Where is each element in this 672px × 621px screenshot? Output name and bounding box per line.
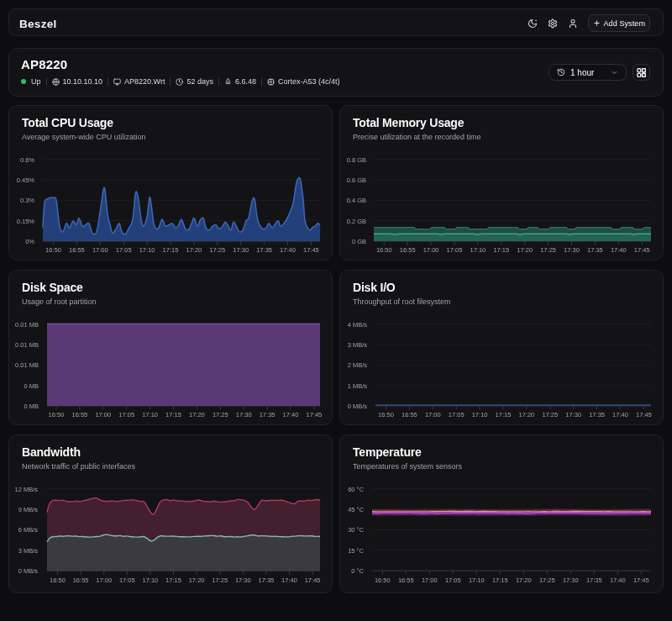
svg-text:17:30: 17:30 — [236, 411, 252, 418]
svg-text:0 MB/s: 0 MB/s — [348, 403, 368, 410]
svg-text:17:40: 17:40 — [612, 411, 628, 418]
svg-text:17:20: 17:20 — [189, 411, 205, 418]
svg-text:17:00: 17:00 — [96, 576, 112, 584]
svg-text:0.01 MB: 0.01 MB — [15, 341, 39, 349]
svg-text:17:35: 17:35 — [256, 246, 272, 254]
svg-text:17:00: 17:00 — [422, 576, 438, 584]
svg-text:16:55: 16:55 — [400, 246, 416, 254]
svg-text:17:00: 17:00 — [423, 246, 439, 254]
svg-text:17:20: 17:20 — [516, 576, 532, 584]
svg-text:0.15%: 0.15% — [17, 218, 35, 225]
svg-text:17:35: 17:35 — [589, 411, 605, 418]
svg-text:17:45: 17:45 — [634, 246, 650, 254]
svg-text:17:45: 17:45 — [303, 246, 319, 254]
svg-text:17:15: 17:15 — [165, 576, 181, 584]
svg-text:17:25: 17:25 — [209, 246, 225, 254]
svg-text:16:50: 16:50 — [376, 246, 392, 254]
svg-text:17:15: 17:15 — [492, 576, 508, 584]
svg-text:17:05: 17:05 — [449, 411, 465, 418]
svg-text:17:00: 17:00 — [92, 246, 108, 254]
svg-text:4 MB/s: 4 MB/s — [348, 321, 368, 329]
svg-text:17:05: 17:05 — [116, 246, 132, 254]
svg-text:17:10: 17:10 — [143, 576, 159, 584]
svg-text:17:30: 17:30 — [235, 576, 251, 584]
svg-text:17:20: 17:20 — [517, 246, 533, 254]
svg-text:17:35: 17:35 — [587, 246, 603, 254]
svg-text:0.3%: 0.3% — [20, 197, 34, 204]
svg-text:16:50: 16:50 — [375, 576, 391, 584]
svg-text:17:20: 17:20 — [189, 576, 205, 584]
svg-text:0 MB: 0 MB — [24, 382, 39, 390]
svg-text:17:10: 17:10 — [142, 411, 158, 418]
svg-text:0.8 GB: 0.8 GB — [347, 156, 366, 164]
svg-text:12 MB/s: 12 MB/s — [14, 486, 38, 493]
svg-text:17:25: 17:25 — [540, 246, 556, 254]
svg-text:60 °C: 60 °C — [348, 486, 364, 493]
svg-text:16:55: 16:55 — [72, 411, 88, 418]
svg-text:17:45: 17:45 — [633, 576, 649, 584]
svg-text:30 °C: 30 °C — [348, 526, 364, 534]
svg-text:0 MB: 0 MB — [24, 403, 39, 410]
svg-text:0.4 GB: 0.4 GB — [347, 197, 366, 204]
svg-text:17:30: 17:30 — [563, 576, 579, 584]
svg-text:17:15: 17:15 — [493, 246, 509, 254]
svg-text:17:10: 17:10 — [469, 576, 485, 584]
svg-text:3 MB/s: 3 MB/s — [348, 341, 368, 349]
svg-text:17:45: 17:45 — [636, 411, 652, 418]
svg-text:16:50: 16:50 — [49, 411, 65, 418]
svg-text:17:00: 17:00 — [95, 411, 111, 418]
svg-text:17:25: 17:25 — [539, 576, 555, 584]
svg-text:45 °C: 45 °C — [348, 506, 364, 513]
svg-text:0%: 0% — [25, 238, 34, 245]
svg-text:17:35: 17:35 — [586, 576, 602, 584]
svg-text:17:10: 17:10 — [470, 246, 486, 254]
svg-text:17:15: 17:15 — [163, 246, 179, 254]
svg-text:16:50: 16:50 — [45, 246, 61, 254]
svg-text:17:10: 17:10 — [139, 246, 155, 254]
svg-text:0.2 GB: 0.2 GB — [347, 218, 366, 225]
svg-text:17:25: 17:25 — [213, 411, 228, 418]
svg-text:17:30: 17:30 — [564, 246, 580, 254]
svg-text:17:40: 17:40 — [283, 411, 299, 418]
svg-text:0.6 GB: 0.6 GB — [347, 176, 366, 184]
svg-text:17:20: 17:20 — [519, 411, 535, 418]
svg-text:17:05: 17:05 — [119, 576, 135, 584]
svg-text:17:40: 17:40 — [611, 246, 627, 254]
svg-text:0 MB/s: 0 MB/s — [18, 567, 39, 575]
svg-text:17:00: 17:00 — [425, 411, 441, 418]
svg-text:16:55: 16:55 — [73, 576, 89, 584]
svg-text:17:15: 17:15 — [496, 411, 512, 418]
svg-text:16:50: 16:50 — [378, 411, 394, 418]
svg-text:0.6%: 0.6% — [20, 156, 34, 164]
svg-text:15 °C: 15 °C — [348, 547, 364, 555]
svg-text:16:55: 16:55 — [402, 411, 417, 418]
svg-text:6 MB/s: 6 MB/s — [18, 526, 39, 534]
svg-text:1 MB/s: 1 MB/s — [348, 382, 368, 390]
svg-text:0.45%: 0.45% — [17, 176, 35, 184]
svg-text:17:15: 17:15 — [165, 411, 181, 418]
svg-text:3 MB/s: 3 MB/s — [18, 547, 39, 555]
svg-text:17:35: 17:35 — [260, 411, 276, 418]
svg-text:0 GB: 0 GB — [352, 238, 366, 245]
svg-text:17:20: 17:20 — [186, 246, 202, 254]
svg-text:17:05: 17:05 — [445, 576, 461, 584]
svg-text:17:40: 17:40 — [280, 246, 296, 254]
svg-text:17:10: 17:10 — [472, 411, 488, 418]
svg-text:0.01 MB: 0.01 MB — [15, 321, 39, 329]
svg-text:16:55: 16:55 — [398, 576, 414, 584]
svg-text:17:30: 17:30 — [233, 246, 249, 254]
svg-text:17:45: 17:45 — [305, 576, 321, 584]
svg-text:0.01 MB: 0.01 MB — [15, 361, 39, 369]
svg-text:17:05: 17:05 — [447, 246, 463, 254]
svg-text:17:40: 17:40 — [610, 576, 626, 584]
svg-text:17:25: 17:25 — [212, 576, 228, 584]
svg-text:17:30: 17:30 — [565, 411, 581, 418]
svg-text:16:55: 16:55 — [69, 246, 85, 254]
svg-text:16:50: 16:50 — [50, 576, 66, 584]
svg-text:0 °C: 0 °C — [351, 567, 364, 575]
svg-text:17:25: 17:25 — [542, 411, 558, 418]
svg-text:2 MB/s: 2 MB/s — [348, 361, 368, 369]
svg-text:17:40: 17:40 — [281, 576, 297, 584]
svg-text:9 MB/s: 9 MB/s — [18, 506, 39, 513]
svg-text:17:45: 17:45 — [307, 411, 323, 418]
